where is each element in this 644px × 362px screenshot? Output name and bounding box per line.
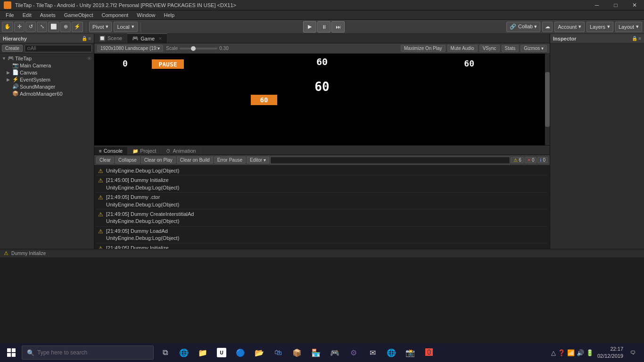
taskbar-app1[interactable]: 🌐 <box>383 343 400 362</box>
log-entry-3[interactable]: ⚠ [21:49:05] Dummy CreateInterstitialAdU… <box>96 210 548 227</box>
tab-animation[interactable]: ⏱ Animation <box>161 147 201 155</box>
game-big-score: 60 <box>314 80 329 94</box>
menu-gameobject[interactable]: GameObject <box>60 11 97 19</box>
tab-scene[interactable]: 🔲 Scene <box>94 33 127 43</box>
layers-dropdown[interactable]: Layers ▾ <box>586 22 613 32</box>
taskbar-office[interactable]: 🅾 <box>421 343 438 362</box>
notification-button[interactable]: 🗨 <box>627 343 638 362</box>
menu-edit[interactable]: Edit <box>19 11 35 19</box>
stats-button[interactable]: Stats <box>502 45 519 52</box>
taskbar-edge[interactable]: 🌐 <box>175 343 192 362</box>
clear-button[interactable]: Clear <box>96 156 114 164</box>
inspector-lock-icon[interactable]: 🔒 <box>632 36 637 41</box>
error-pause-button[interactable]: Error Pause <box>214 156 246 164</box>
game-num-button[interactable]: 60 <box>250 94 278 106</box>
log-entry-0[interactable]: ⚠ UnityEngine.Debug:Log(Object) <box>96 166 548 176</box>
tray-battery[interactable]: 🔋 <box>586 349 594 356</box>
console-content[interactable]: ⚠ UnityEngine.Debug:Log(Object) ⚠ [21:45… <box>94 165 550 249</box>
console-search[interactable] <box>270 156 510 164</box>
taskbar-store[interactable]: 🛍 <box>270 343 287 362</box>
play-button[interactable]: ▶ <box>303 21 316 33</box>
gizmos-dropdown[interactable]: Gizmos ▾ <box>520 45 547 52</box>
taskbar-amazon[interactable]: 🏪 <box>307 343 324 362</box>
visibility-icon[interactable]: 👁 <box>87 56 92 61</box>
info-badge[interactable]: ℹ 0 <box>537 157 548 163</box>
account-dropdown[interactable]: Account ▾ <box>554 22 585 32</box>
create-button[interactable]: Create <box>2 45 23 52</box>
tray-unity[interactable]: △ <box>551 349 556 356</box>
menu-assets[interactable]: Assets <box>36 11 59 19</box>
taskbar-vs[interactable]: ⚙ <box>345 343 362 362</box>
taskbar-files[interactable]: 📂 <box>251 343 268 362</box>
transform-tool[interactable]: ⊕ <box>60 22 71 32</box>
eventsystem-icon: ⚡ <box>12 76 19 82</box>
log-entry-5[interactable]: ⚠ [21:49:05] Dummy InitializeUnityEngine… <box>96 244 548 249</box>
maximize-on-play[interactable]: Maximize On Play <box>401 45 446 52</box>
taskbar-search[interactable]: 🔍 <box>22 346 154 360</box>
hierarchy-menu-icon[interactable]: ≡ <box>88 36 91 41</box>
hierarchy-item-soundmanager[interactable]: 🔊 SoundManager <box>0 83 94 90</box>
menu-window[interactable]: Window <box>133 11 159 19</box>
layout-dropdown[interactable]: Layout ▾ <box>615 22 642 32</box>
hierarchy-item-eventsystem[interactable]: ▶ ⚡ EventSystem <box>0 76 94 83</box>
canvas-scrollbar[interactable] <box>545 54 550 145</box>
hierarchy-item-camera[interactable]: 📷 Main Camera <box>0 62 94 69</box>
inspector-menu-icon[interactable]: ≡ <box>638 36 641 41</box>
hierarchy-item-canvas[interactable]: ▶ 📄 Canvas <box>0 69 94 76</box>
collapse-button[interactable]: Collapse <box>115 156 140 164</box>
tray-help[interactable]: ❓ <box>558 349 565 356</box>
collab-dropdown[interactable]: 🔗 Collab ▾ <box>506 22 540 32</box>
menu-component[interactable]: Component <box>98 11 132 19</box>
menu-help[interactable]: Help <box>160 11 178 19</box>
taskbar-explorer[interactable]: 📁 <box>194 343 211 362</box>
scale-tool[interactable]: ⤡ <box>37 22 47 32</box>
mute-audio[interactable]: Mute Audio <box>447 45 478 52</box>
hand-tool[interactable]: ✋ <box>2 22 13 32</box>
log-entry-4[interactable]: ⚠ [21:49:05] Dummy LoadAdUnityEngine.Deb… <box>96 227 548 244</box>
clear-on-play-button[interactable]: Clear on Play <box>141 156 176 164</box>
local-dropdown[interactable]: Local ▾ <box>114 22 137 32</box>
close-button[interactable]: ✕ <box>625 0 644 10</box>
start-button[interactable] <box>2 343 21 362</box>
taskbar-dropbox[interactable]: 📦 <box>289 343 305 362</box>
rotate-tool[interactable]: ↺ <box>25 22 36 32</box>
vsync-toggle[interactable]: VSync <box>479 45 500 52</box>
log-entry-2[interactable]: ⚠ [21:49:05] Dummy .ctorUnityEngine.Debu… <box>96 193 548 210</box>
log-entry-1[interactable]: ⚠ [21:45:00] Dummy InitializeUnityEngine… <box>96 176 548 193</box>
menu-file[interactable]: File <box>2 11 18 19</box>
tab-project[interactable]: 📁 Project <box>128 147 161 155</box>
taskbar-app2[interactable]: 📸 <box>402 343 419 362</box>
rect-tool[interactable]: ⬜ <box>48 22 59 32</box>
error-badge[interactable]: ✕ 0 <box>525 157 537 163</box>
cloud-button[interactable]: ☁ <box>542 22 553 32</box>
clear-on-build-button[interactable]: Clear on Build <box>177 156 213 164</box>
tray-network[interactable]: 📶 <box>567 349 575 356</box>
tray-volume[interactable]: 🔊 <box>577 349 584 356</box>
custom-tool[interactable]: ⚡ <box>72 22 83 32</box>
resolution-dropdown[interactable]: 1920x1080 Landscape (19:▾ <box>97 45 163 52</box>
hierarchy-root[interactable]: ▼ 🎮 TileTap 👁 <box>0 55 94 62</box>
game-pause-button[interactable]: PAUSE <box>151 58 185 70</box>
pivot-dropdown[interactable]: Pivot ▾ <box>89 22 112 32</box>
hierarchy-lock-icon[interactable]: 🔒 <box>82 36 87 41</box>
step-button[interactable]: ⏭ <box>331 21 345 33</box>
taskbar-mail[interactable]: ✉ <box>364 343 381 362</box>
taskbar-steam[interactable]: 🎮 <box>326 343 343 362</box>
hierarchy-search[interactable] <box>25 45 92 52</box>
taskbar-chrome[interactable]: 🔵 <box>232 343 249 362</box>
pause-button[interactable]: ⏸ <box>317 21 330 33</box>
warn-badge[interactable]: ⚠ 6 <box>511 157 524 163</box>
log-warn-icon-3: ⚠ <box>98 211 103 218</box>
search-input[interactable] <box>37 349 149 356</box>
taskbar-unity[interactable]: U <box>213 343 230 362</box>
minimize-button[interactable]: ─ <box>587 0 606 10</box>
editor-dropdown[interactable]: Editor ▾ <box>247 156 269 164</box>
tab-console[interactable]: ≡ Console <box>94 147 128 155</box>
taskview-button[interactable]: ⧉ <box>157 343 173 362</box>
maximize-button[interactable]: □ <box>606 0 625 10</box>
log-text-3: [21:49:05] Dummy CreateInterstitialAdUni… <box>106 211 194 225</box>
hierarchy-item-admob[interactable]: 📦 AdmobManager60 <box>0 90 94 97</box>
scale-slider[interactable] <box>180 48 217 49</box>
move-tool[interactable]: ✛ <box>14 22 25 32</box>
tab-game[interactable]: 🎮 Game ✕ <box>127 33 167 43</box>
